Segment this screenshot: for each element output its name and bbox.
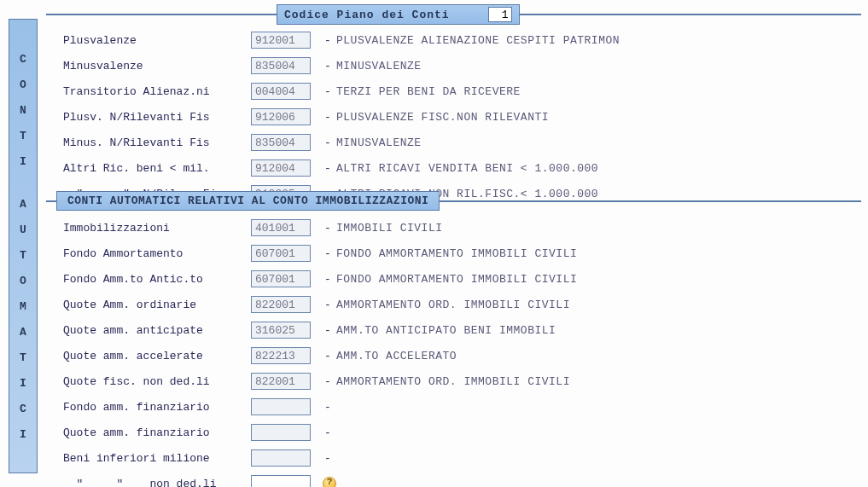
accounts-group-top: Plusvalenze-PLUSVALENZE ALIENAZIONE CESP… xyxy=(63,27,859,206)
account-code-input[interactable] xyxy=(251,475,311,487)
account-code-input[interactable] xyxy=(251,373,311,390)
section-separator: CONTI AUTOMATICI RELATIVI AL CONTO IMMOB… xyxy=(46,191,861,212)
bottom-row: Quote amm. accelerate-AMM.TO ACCELERATO xyxy=(63,343,859,368)
sidebar-letter: N xyxy=(20,98,26,124)
dash-separator: - xyxy=(319,350,336,362)
row-description: PLUSVALENZE ALIENAZIONE CESPITI PATRIMON xyxy=(336,34,620,47)
sidebar-letter: O xyxy=(20,269,26,294)
bottom-row: Quote amm. anticipate-AMM.TO ANTICIPATO … xyxy=(63,317,859,343)
sidebar-letter: T xyxy=(20,243,26,269)
sidebar-letter: A xyxy=(20,320,26,345)
row-description: ALTRI RICAVI VENDITA BENI < 1.000.000 xyxy=(336,162,598,175)
sidebar-letter: T xyxy=(20,345,26,371)
row-description: AMMORTAMENTO ORD. IMMOBILI CIVILI xyxy=(336,375,570,388)
account-code-input[interactable] xyxy=(251,347,311,364)
sidebar-letter: M xyxy=(20,294,26,320)
sidebar-letter: O xyxy=(20,72,26,98)
bottom-row: Fondo Amm.to Antic.to-FONDO AMMORTAMENTO… xyxy=(63,266,859,292)
row-description: FONDO AMMORTAMENTO IMMOBILI CIVILI xyxy=(336,273,577,286)
top-row: Transitorio Alienaz.ni-TERZI PER BENI DA… xyxy=(63,78,859,104)
top-row: Altri Ric. beni < mil.-ALTRI RICAVI VEND… xyxy=(63,155,859,181)
row-label: Fondo amm. finanziario xyxy=(63,401,251,414)
row-description: AMM.TO ACCELERATO xyxy=(336,350,457,362)
row-description: MINUSVALENZE xyxy=(336,60,422,72)
row-label: Altri Ric. beni < mil. xyxy=(63,162,251,175)
row-label: Quote amm. accelerate xyxy=(63,350,251,362)
bottom-row: Beni inferiori milione- xyxy=(63,445,859,471)
row-description: AMMORTAMENTO ORD. IMMOBILI CIVILI xyxy=(336,299,570,311)
dash-separator: - xyxy=(319,299,336,311)
row-description: TERZI PER BENI DA RICEVERE xyxy=(336,85,521,98)
bottom-row: " " non ded.li xyxy=(63,471,859,487)
vertical-sidebar: C O N T I A U T O M A T I C I xyxy=(9,19,38,473)
dash-separator: - xyxy=(319,375,336,388)
dash-separator: - xyxy=(319,273,336,286)
sidebar-letter: I xyxy=(20,422,26,448)
dash-separator: - xyxy=(319,60,336,72)
row-label: Quote amm. finanziario xyxy=(63,426,251,439)
account-code-input[interactable] xyxy=(251,245,311,262)
row-label: Quote fisc. non ded.li xyxy=(63,375,251,388)
bottom-row: Quote amm. finanziario- xyxy=(63,420,859,445)
chart-plan-code-input[interactable] xyxy=(488,7,512,22)
top-row: Minusvalenze-MINUSVALENZE xyxy=(63,53,859,78)
row-label: Beni inferiori milione xyxy=(63,452,251,465)
row-label: Fondo Amm.to Antic.to xyxy=(63,273,251,286)
account-code-input[interactable] xyxy=(251,159,311,177)
dash-separator: - xyxy=(319,136,336,149)
dash-separator: - xyxy=(319,162,336,175)
row-description: PLUSVALENZE FISC.NON RILEVANTI xyxy=(336,111,549,124)
bottom-row: Immobilizzazioni-IMMOBILI CIVILI xyxy=(63,215,859,241)
bottom-row: Fondo amm. finanziario- xyxy=(63,394,859,420)
top-row: Plusv. N/Rilevanti Fis-PLUSVALENZE FISC.… xyxy=(63,104,859,130)
dash-separator: - xyxy=(319,452,336,465)
row-description: FONDO AMMORTAMENTO IMMOBILI CIVILI xyxy=(336,247,577,260)
header-title-box: Codice Piano dei Conti xyxy=(277,4,520,25)
account-code-input[interactable] xyxy=(251,57,311,74)
help-icon[interactable] xyxy=(323,477,336,487)
sidebar-letter: T xyxy=(20,124,26,149)
account-code-input[interactable] xyxy=(251,108,311,125)
account-code-input[interactable] xyxy=(251,322,311,339)
row-label: Plusv. N/Rilevanti Fis xyxy=(63,111,251,124)
dash-separator: - xyxy=(319,324,336,337)
row-description: IMMOBILI CIVILI xyxy=(336,222,443,235)
bottom-row: Fondo Ammortamento-FONDO AMMORTAMENTO IM… xyxy=(63,241,859,266)
sidebar-letter: A xyxy=(20,192,26,217)
header: Codice Piano dei Conti xyxy=(46,4,861,25)
row-label: " " non ded.li xyxy=(63,478,251,488)
account-code-input[interactable] xyxy=(251,83,311,100)
sidebar-letter: U xyxy=(20,217,26,243)
dash-separator: - xyxy=(319,426,336,439)
account-code-input[interactable] xyxy=(251,219,311,236)
account-code-input[interactable] xyxy=(251,398,311,415)
sidebar-letter: I xyxy=(20,371,26,397)
row-label: Plusvalenze xyxy=(63,34,251,47)
bottom-row: Quote Amm. ordinarie-AMMORTAMENTO ORD. I… xyxy=(63,292,859,317)
sidebar-letter: I xyxy=(20,149,26,175)
bottom-row: Quote fisc. non ded.li-AMMORTAMENTO ORD.… xyxy=(63,368,859,394)
top-row: Minus. N/Rilevanti Fis-MINUSVALENZE xyxy=(63,130,859,155)
section-title: CONTI AUTOMATICI RELATIVI AL CONTO IMMOB… xyxy=(56,191,440,211)
dash-separator: - xyxy=(319,85,336,98)
row-label: Fondo Ammortamento xyxy=(63,247,251,260)
row-label: Quote amm. anticipate xyxy=(63,324,251,337)
account-code-input[interactable] xyxy=(251,296,311,313)
account-code-input[interactable] xyxy=(251,424,311,441)
page-title: Codice Piano dei Conti xyxy=(284,9,450,21)
account-code-input[interactable] xyxy=(251,134,311,151)
row-label: Quote Amm. ordinarie xyxy=(63,299,251,311)
row-description: MINUSVALENZE xyxy=(336,136,422,149)
dash-separator: - xyxy=(319,222,336,235)
sidebar-letter: C xyxy=(20,47,26,72)
row-description: AMM.TO ANTICIPATO BENI IMMOBILI xyxy=(336,324,556,337)
row-label: Minus. N/Rilevanti Fis xyxy=(63,136,251,149)
row-label: Transitorio Alienaz.ni xyxy=(63,85,251,98)
account-code-input[interactable] xyxy=(251,270,311,287)
dash-separator: - xyxy=(319,111,336,124)
account-code-input[interactable] xyxy=(251,32,311,49)
account-code-input[interactable] xyxy=(251,449,311,467)
row-label: Immobilizzazioni xyxy=(63,222,251,235)
dash-separator: - xyxy=(319,247,336,260)
accounts-group-bottom: Immobilizzazioni-IMMOBILI CIVILIFondo Am… xyxy=(63,215,859,487)
